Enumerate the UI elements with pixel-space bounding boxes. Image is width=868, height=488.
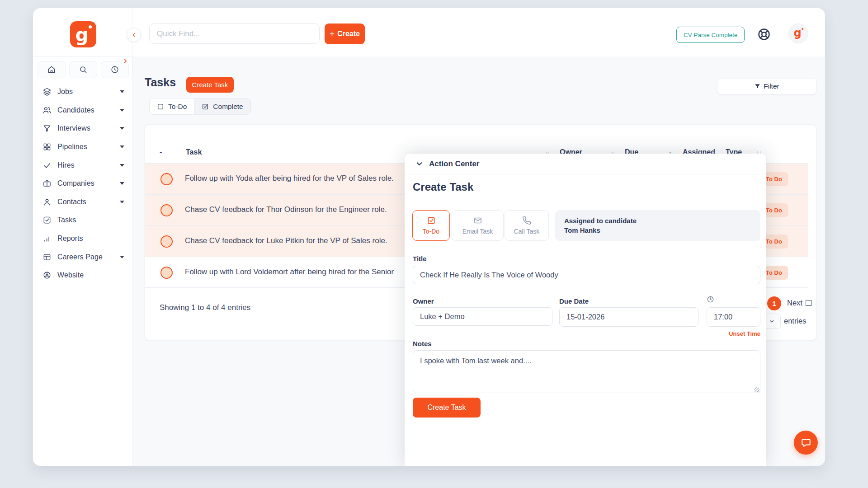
owner-input[interactable] xyxy=(413,307,552,326)
tab-complete[interactable]: Complete xyxy=(194,99,250,114)
square-icon xyxy=(157,103,164,110)
assigned-caption: Assigned to candidate xyxy=(564,216,751,225)
person-icon xyxy=(42,197,52,206)
check-square-icon xyxy=(42,216,52,225)
help-button[interactable] xyxy=(757,27,772,42)
check-square-icon xyxy=(202,103,209,110)
modal-create-task-button[interactable]: Create Task xyxy=(413,398,481,418)
due-date-field-label: Due Date xyxy=(559,297,589,305)
create-button-label: Create xyxy=(337,30,360,38)
filter-icon xyxy=(754,83,761,90)
collapse-sidebar-button[interactable] xyxy=(127,28,141,42)
app-logo[interactable]: g xyxy=(70,21,96,47)
tab-to-do[interactable]: To-Do xyxy=(150,99,194,114)
task-status-circle[interactable] xyxy=(160,173,173,185)
search-button[interactable] xyxy=(69,61,97,78)
avatar-logo-letter: g xyxy=(789,24,806,42)
sidebar-item-candidates[interactable]: Candidates xyxy=(33,101,132,120)
task-type-label: Email Task xyxy=(462,228,493,235)
task-text: Follow up with Yoda after being hired fo… xyxy=(185,174,394,183)
chevron-down-icon xyxy=(120,145,124,148)
task-type-call-button[interactable]: Call Task xyxy=(505,210,549,241)
home-button[interactable] xyxy=(38,61,66,78)
sidebar-item-website[interactable]: Website xyxy=(33,266,132,285)
layout-icon xyxy=(42,253,52,262)
phone-icon xyxy=(522,216,531,225)
table-scrollbar-track[interactable] xyxy=(813,163,813,288)
title-input[interactable] xyxy=(413,266,760,284)
bar-chart-icon xyxy=(42,234,52,243)
people-icon xyxy=(42,106,52,115)
page-number-button[interactable]: 1 xyxy=(767,296,781,310)
chevron-down-icon xyxy=(120,127,124,130)
avatar[interactable]: g xyxy=(788,23,808,43)
modal-title: Create Task xyxy=(413,181,473,193)
envelope-icon xyxy=(473,216,482,225)
clock-icon xyxy=(110,65,119,74)
due-date-input[interactable] xyxy=(559,307,698,327)
check-icon xyxy=(42,161,52,170)
next-page-button[interactable]: Next xyxy=(787,299,811,307)
task-status-circle[interactable] xyxy=(160,267,173,279)
entries-summary: Showing 1 to 4 of 4 entries xyxy=(160,303,250,312)
entries-label: entries xyxy=(784,317,807,325)
sidebar-item-pipelines[interactable]: Pipelines xyxy=(33,138,132,156)
column-header-status[interactable]: - xyxy=(160,148,162,156)
sidebar-item-label: Interviews xyxy=(57,124,90,132)
sidebar-item-tasks[interactable]: Tasks xyxy=(33,211,132,230)
sidebar-item-label: Candidates xyxy=(57,106,94,114)
task-type-todo-button[interactable]: To-Do xyxy=(412,210,450,241)
sidebar-item-reports[interactable]: Reports xyxy=(33,230,132,248)
sidebar-item-hires[interactable]: Hires xyxy=(33,156,132,174)
sidebar-nav: Jobs Candidates Interviews Pipelines Hir xyxy=(33,83,132,285)
expand-nav-chevron-icon[interactable] xyxy=(122,58,128,64)
chevron-down-icon xyxy=(120,90,124,93)
sidebar-item-label: Website xyxy=(57,271,84,279)
layers-icon xyxy=(42,87,52,96)
sidebar-item-label: Hires xyxy=(57,161,75,169)
task-text: Follow up with Lord Voldemort after bein… xyxy=(185,267,394,277)
grid-icon xyxy=(42,142,52,151)
sidebar-item-label: Careers Page xyxy=(57,253,103,261)
task-type-email-button[interactable]: Email Task xyxy=(452,210,504,241)
sidebar-item-label: Pipelines xyxy=(57,143,87,151)
page-title: Tasks xyxy=(145,76,176,89)
plus-icon: + xyxy=(330,29,335,39)
next-label: Next xyxy=(787,299,802,307)
chevron-left-icon xyxy=(131,32,137,38)
cv-parse-label: CV Parse Complete xyxy=(684,32,737,38)
create-button[interactable]: + Create xyxy=(325,23,365,44)
cv-parse-status-badge[interactable]: CV Parse Complete xyxy=(676,27,745,43)
notes-field-label: Notes xyxy=(413,340,432,347)
assigned-candidate-box: Assigned to candidate Tom Hanks xyxy=(555,210,760,241)
filter-button[interactable]: Filter xyxy=(717,78,816,94)
chevron-down-icon xyxy=(769,318,775,324)
chevron-down-icon xyxy=(120,164,124,167)
search-icon xyxy=(79,65,88,74)
tab-label: To-Do xyxy=(168,103,187,111)
chat-icon xyxy=(801,437,811,448)
notes-textarea[interactable]: I spoke with Tom last week and.... xyxy=(413,350,760,393)
sidebar-item-jobs[interactable]: Jobs xyxy=(33,83,132,101)
task-status-circle[interactable] xyxy=(160,204,173,216)
task-type-label: To-Do xyxy=(423,228,439,235)
sidebar-item-label: Reports xyxy=(57,235,83,243)
column-header-task[interactable]: Task xyxy=(186,148,202,156)
time-input[interactable] xyxy=(707,307,760,327)
task-status-circle[interactable] xyxy=(160,235,173,248)
chevron-down-icon[interactable] xyxy=(415,160,423,168)
chevron-down-icon xyxy=(120,182,124,185)
action-center-header[interactable]: Action Center xyxy=(405,154,766,174)
sidebar-item-interviews[interactable]: Interviews xyxy=(33,119,132,138)
sidebar-item-companies[interactable]: Companies xyxy=(33,174,132,193)
task-text: Chase CV feedback for Thor Odinson for t… xyxy=(185,205,387,214)
sidebar-item-label: Tasks xyxy=(57,216,76,224)
lifebuoy-icon xyxy=(757,27,772,42)
create-task-button[interactable]: Create Task xyxy=(186,77,234,93)
chevron-down-icon xyxy=(120,109,124,112)
sidebar-item-careers-page[interactable]: Careers Page xyxy=(33,248,132,266)
chat-launcher-button[interactable] xyxy=(794,431,818,455)
unset-time-link[interactable]: Unset Time xyxy=(693,330,760,337)
sidebar-item-contacts[interactable]: Contacts xyxy=(33,193,132,211)
search-input[interactable] xyxy=(149,23,320,44)
